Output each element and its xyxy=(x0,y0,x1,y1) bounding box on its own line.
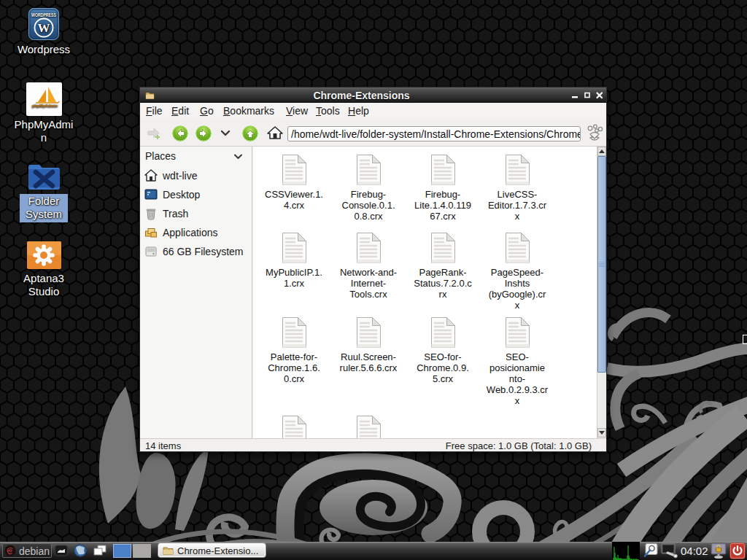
svg-text:W: W xyxy=(38,21,50,35)
svg-text:phpMyAdmin: phpMyAdmin xyxy=(31,104,57,108)
svg-text:WORDPRESS: WORDPRESS xyxy=(31,12,56,18)
